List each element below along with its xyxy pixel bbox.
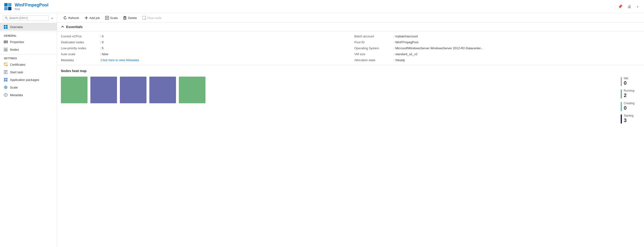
sidebar-start-task-label: Start task (10, 70, 23, 74)
svg-rect-10 (4, 41, 5, 43)
application-packages-icon (4, 78, 8, 82)
sidebar-item-metadata[interactable]: Metadata (0, 91, 57, 99)
value-os: : MicrosoftWindowsServer WindowsServer 2… (394, 46, 483, 50)
heatmap-title: Nodes heat map (61, 69, 640, 73)
label-autoscale: Auto scale (61, 52, 100, 56)
sidebar-item-scale[interactable]: Scale (0, 84, 57, 91)
add-job-button[interactable]: Add job (82, 15, 102, 21)
legend-bar-creating (621, 102, 622, 111)
essentials-row-dedicated: Dedicated nodes : 0 (61, 39, 347, 45)
print-button[interactable]: 🖨 (626, 4, 633, 10)
sidebar-section-settings: Settings (0, 54, 57, 61)
pin-button[interactable]: 📌 (616, 3, 624, 10)
app-title: WinFFmpegPool (15, 3, 48, 8)
svg-rect-14 (4, 49, 7, 49)
essentials-row-vcpus: Current vCPUs : 5 (61, 33, 347, 39)
essentials-row-allocation: Allocation state : Steady (354, 57, 640, 63)
scale-icon (4, 85, 8, 89)
value-batch-account: : mybatchaccount (394, 35, 418, 38)
sidebar-item-start-task[interactable]: Start task (0, 68, 57, 76)
header-title-group: WinFFmpegPool Pool (15, 3, 48, 11)
sidebar-nodes-label: Nodes (10, 48, 19, 51)
essentials-right-col: Batch account : mybatchaccount Pool ID :… (350, 32, 644, 64)
start-task-icon (4, 70, 8, 74)
label-os: Operating System (354, 46, 394, 50)
view-node-button[interactable]: View node (140, 15, 164, 21)
nodes-icon (4, 48, 8, 51)
heatmap-section: Nodes heat map Idle 0 (57, 65, 644, 128)
expand-button[interactable]: › (635, 3, 640, 10)
essentials-row-lowpriority: Low-priority nodes : 5 (61, 45, 347, 51)
view-node-icon (142, 16, 146, 20)
delete-icon (123, 16, 127, 20)
svg-rect-12 (7, 41, 8, 43)
scale-toolbar-icon (105, 16, 109, 20)
content-area: Refresh Add job Scale (57, 13, 644, 247)
essentials-row-vm-size: VM size : standard_a1_v2 (354, 51, 640, 57)
add-icon (84, 16, 88, 20)
svg-rect-28 (6, 78, 7, 80)
sidebar-overview-label: Overview (10, 25, 23, 29)
legend-bar-running (621, 90, 622, 99)
essentials-row-metadata: Metadata : Click here to view Metadata (61, 57, 347, 63)
legend-count-idle: 0 (624, 80, 628, 86)
svg-rect-8 (4, 27, 6, 29)
value-lowpriority: : 5 (100, 46, 104, 50)
essentials-row-autoscale: Auto scale : false (61, 51, 347, 57)
svg-rect-16 (4, 51, 7, 51)
legend-item-running: Running 2 (621, 89, 634, 99)
sidebar-item-certificates[interactable]: Certificates (0, 61, 57, 68)
legend-item-starting: Starting 3 (621, 114, 634, 124)
main-layout: « Overview General Properties (0, 13, 644, 247)
search-input[interactable] (9, 17, 47, 20)
svg-rect-29 (4, 80, 6, 81)
sidebar-properties-label: Properties (10, 40, 24, 44)
sidebar-item-nodes[interactable]: Nodes (0, 46, 57, 53)
svg-rect-7 (6, 25, 8, 27)
label-dedicated: Dedicated nodes (61, 41, 100, 44)
heatmap-legend: Idle 0 Running 2 Creat (621, 77, 640, 124)
value-autoscale: : false (100, 52, 108, 56)
sidebar: « Overview General Properties (0, 13, 57, 247)
overview-icon (4, 25, 8, 29)
legend-count-running: 2 (624, 92, 634, 99)
svg-rect-21 (6, 66, 7, 66)
legend-label-starting: Starting (624, 114, 634, 117)
svg-rect-44 (124, 16, 125, 17)
legend-bar-idle (621, 77, 622, 86)
essentials-header[interactable]: Essentials (57, 23, 644, 32)
heatmap-node-3 (120, 77, 146, 103)
delete-button[interactable]: Delete (120, 15, 139, 21)
svg-rect-19 (4, 64, 6, 65)
metadata-link[interactable]: Click here to view Metadata (101, 58, 139, 62)
sidebar-scale-label: Scale (10, 86, 18, 89)
label-allocation: Allocation state (354, 58, 394, 62)
legend-item-creating: Creating 0 (621, 102, 634, 111)
app-subtitle: Pool (15, 8, 48, 11)
svg-rect-6 (4, 25, 6, 27)
heatmap-node-5 (179, 77, 206, 103)
svg-rect-42 (124, 17, 126, 20)
search-box[interactable] (3, 15, 49, 21)
app-header: WinFFmpegPool Pool 📌 🖨 › (0, 0, 644, 13)
heatmap-node-1 (61, 77, 88, 103)
svg-point-4 (5, 17, 7, 19)
collapse-sidebar-button[interactable]: « (50, 16, 54, 21)
value-vcpus: : 5 (100, 35, 104, 38)
svg-rect-9 (6, 27, 8, 29)
refresh-button[interactable]: Refresh (61, 15, 82, 21)
svg-rect-25 (4, 73, 6, 73)
heatmap-nodes (61, 77, 206, 103)
sidebar-item-overview[interactable]: Overview (0, 23, 57, 31)
sidebar-application-packages-label: Application packages (10, 78, 39, 82)
sidebar-metadata-label: Metadata (10, 93, 23, 97)
sidebar-item-application-packages[interactable]: Application packages (0, 76, 57, 84)
legend-count-starting: 3 (624, 117, 634, 124)
sidebar-item-properties[interactable]: Properties (0, 38, 57, 46)
essentials-left-col: Current vCPUs : 5 Dedicated nodes : 0 Lo… (57, 32, 350, 64)
essentials-row-pool-id: Pool ID : WinFFmpegPool (354, 39, 640, 45)
svg-rect-18 (4, 63, 6, 64)
scale-button[interactable]: Scale (103, 15, 120, 21)
certificates-icon (4, 63, 8, 66)
heatmap-node-4 (149, 77, 176, 103)
